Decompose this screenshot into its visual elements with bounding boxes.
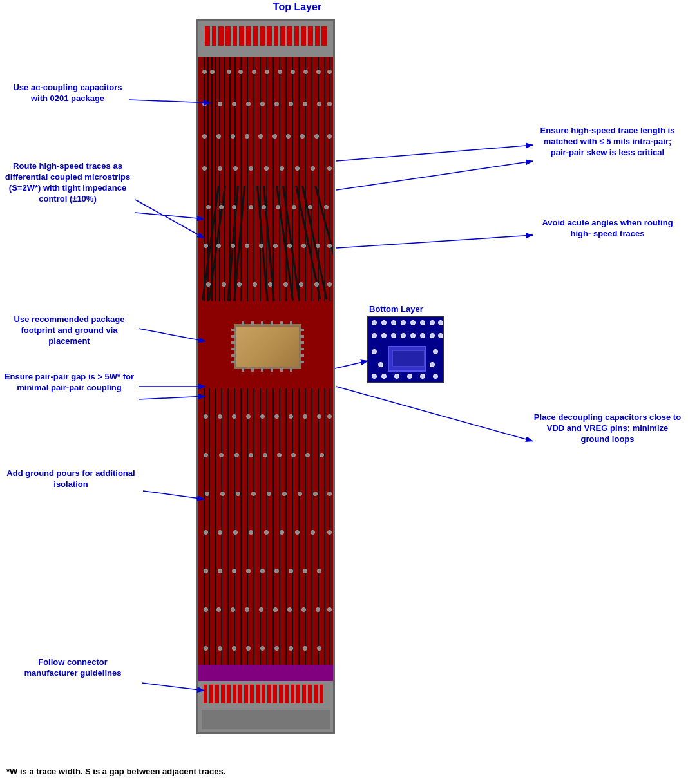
annotation-use-recommended: Use recommended package footprint and gr…	[3, 314, 135, 347]
annotation-pair-gap: Ensure pair-pair gap is > 5W* for minima…	[3, 372, 135, 394]
annotation-route-high-speed: Route high-speed traces as differential …	[3, 161, 132, 205]
annotation-avoid-acute: Avoid acute angles when routing high- sp…	[533, 218, 682, 240]
purple-strip	[198, 665, 333, 681]
pcb-board	[196, 19, 335, 734]
svg-line-7	[143, 491, 205, 499]
annotation-ground-pours: Add ground pours for additional isolatio…	[0, 468, 142, 490]
svg-line-2	[135, 200, 205, 238]
svg-line-3	[135, 213, 205, 219]
bottom-connector	[198, 681, 333, 732]
svg-line-10	[336, 161, 533, 190]
bottom-layer-board	[367, 316, 444, 383]
page-title: Top Layer	[264, 1, 330, 13]
top-connector	[198, 21, 333, 57]
annotation-place-decoupling: Place decoupling capacitors close to VDD…	[533, 412, 682, 445]
svg-line-8	[142, 683, 205, 691]
ic-chip	[234, 324, 301, 369]
svg-line-11	[336, 235, 533, 248]
svg-line-9	[336, 145, 533, 161]
bottom-layer-label: Bottom Layer	[369, 304, 423, 315]
annotation-ensure-high-speed: Ensure high-speed trace length is matche…	[533, 126, 682, 158]
svg-line-12	[335, 361, 368, 368]
footnote: *W is a trace width. S is a gap between …	[6, 766, 225, 778]
annotation-follow-connector: Follow connector manufacturer guidelines	[12, 657, 134, 679]
annotation-ac-coupling: Use ac-coupling capacitors with 0201 pac…	[6, 82, 129, 104]
svg-line-13	[336, 387, 533, 441]
